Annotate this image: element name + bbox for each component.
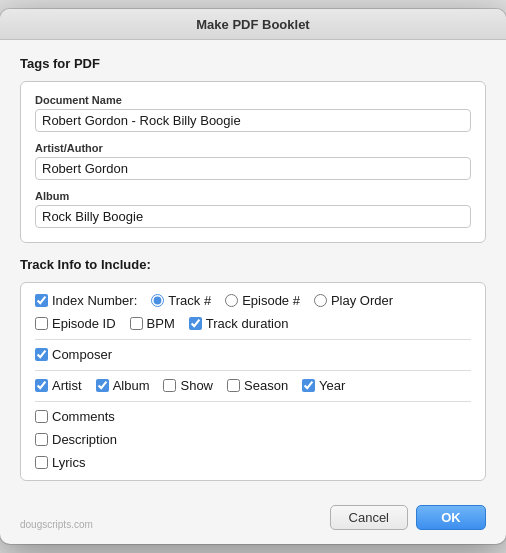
track-row-5: Comments (35, 409, 471, 424)
description-checkbox[interactable] (35, 433, 48, 446)
track-info-box: Index Number: Track # Episode # Play Ord… (20, 282, 486, 481)
episode-id-checkbox[interactable] (35, 317, 48, 330)
episode-hash-label: Episode # (242, 293, 300, 308)
index-number-label: Index Number: (52, 293, 137, 308)
episode-hash-item: Episode # (225, 293, 300, 308)
track-row-3: Composer (35, 347, 471, 362)
album-cb-label: Album (113, 378, 150, 393)
album-label: Album (35, 190, 471, 202)
bpm-checkbox[interactable] (130, 317, 143, 330)
divider-3 (35, 401, 471, 402)
year-label: Year (319, 378, 345, 393)
album-item: Album (96, 378, 150, 393)
dialog-window: Make PDF Booklet Tags for PDF Document N… (0, 9, 506, 544)
show-label: Show (180, 378, 213, 393)
divider-1 (35, 339, 471, 340)
play-order-radio[interactable] (314, 294, 327, 307)
comments-item: Comments (35, 409, 115, 424)
window-title: Make PDF Booklet (196, 17, 309, 32)
artist-author-label: Artist/Author (35, 142, 471, 154)
document-name-label: Document Name (35, 94, 471, 106)
bpm-item: BPM (130, 316, 175, 331)
document-name-group: Document Name (35, 94, 471, 132)
season-checkbox[interactable] (227, 379, 240, 392)
comments-label: Comments (52, 409, 115, 424)
play-order-label: Play Order (331, 293, 393, 308)
track-hash-radio[interactable] (151, 294, 164, 307)
description-label: Description (52, 432, 117, 447)
cancel-button[interactable]: Cancel (330, 505, 408, 530)
season-label: Season (244, 378, 288, 393)
track-row-2: Episode ID BPM Track duration (35, 316, 471, 331)
composer-item: Composer (35, 347, 112, 362)
description-item: Description (35, 432, 117, 447)
composer-checkbox[interactable] (35, 348, 48, 361)
album-checkbox[interactable] (96, 379, 109, 392)
watermark: dougscripts.com (20, 519, 93, 530)
tags-section-header: Tags for PDF (20, 56, 486, 71)
artist-item: Artist (35, 378, 82, 393)
episode-id-label: Episode ID (52, 316, 116, 331)
document-name-input[interactable] (35, 109, 471, 132)
comments-checkbox[interactable] (35, 410, 48, 423)
composer-label: Composer (52, 347, 112, 362)
bpm-label: BPM (147, 316, 175, 331)
lyrics-checkbox[interactable] (35, 456, 48, 469)
index-number-item: Index Number: (35, 293, 137, 308)
artist-checkbox[interactable] (35, 379, 48, 392)
title-bar: Make PDF Booklet (0, 9, 506, 40)
year-checkbox[interactable] (302, 379, 315, 392)
track-duration-item: Track duration (189, 316, 289, 331)
play-order-item: Play Order (314, 293, 393, 308)
track-info-header: Track Info to Include: (20, 257, 486, 272)
season-item: Season (227, 378, 288, 393)
album-group: Album (35, 190, 471, 228)
episode-id-item: Episode ID (35, 316, 116, 331)
track-hash-item: Track # (151, 293, 211, 308)
track-row-6: Description (35, 432, 471, 447)
lyrics-item: Lyrics (35, 455, 85, 470)
track-duration-label: Track duration (206, 316, 289, 331)
artist-author-group: Artist/Author (35, 142, 471, 180)
track-row-1: Index Number: Track # Episode # Play Ord… (35, 293, 471, 308)
year-item: Year (302, 378, 345, 393)
album-input[interactable] (35, 205, 471, 228)
lyrics-label: Lyrics (52, 455, 85, 470)
episode-hash-radio[interactable] (225, 294, 238, 307)
show-item: Show (163, 378, 213, 393)
track-info-section: Track Info to Include: Index Number: Tra… (20, 257, 486, 481)
track-hash-label: Track # (168, 293, 211, 308)
artist-label: Artist (52, 378, 82, 393)
track-row-4: Artist Album Show Season (35, 378, 471, 393)
dialog-body: Tags for PDF Document Name Artist/Author… (0, 40, 506, 495)
track-row-7: Lyrics (35, 455, 471, 470)
show-checkbox[interactable] (163, 379, 176, 392)
dialog-footer: dougscripts.com Cancel OK (0, 495, 506, 544)
tags-section-box: Document Name Artist/Author Album (20, 81, 486, 243)
index-number-checkbox[interactable] (35, 294, 48, 307)
ok-button[interactable]: OK (416, 505, 486, 530)
track-duration-checkbox[interactable] (189, 317, 202, 330)
artist-author-input[interactable] (35, 157, 471, 180)
divider-2 (35, 370, 471, 371)
